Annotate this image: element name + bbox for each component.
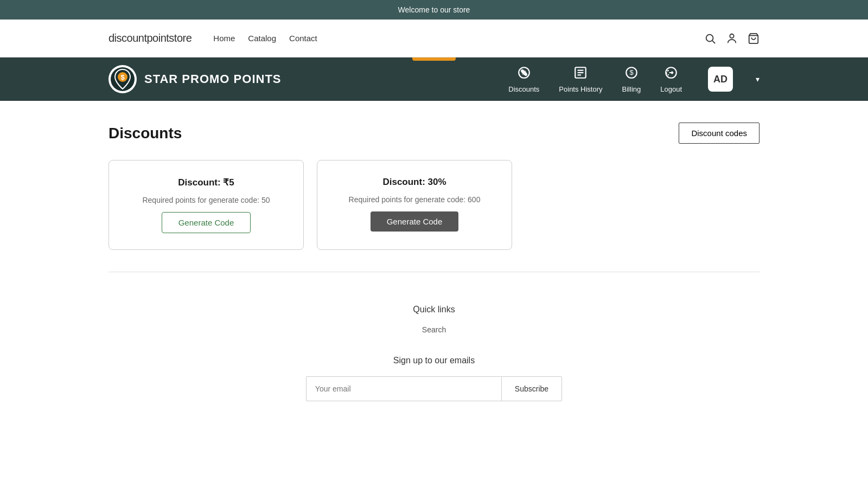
page-title: Discounts xyxy=(108,125,182,142)
active-indicator xyxy=(412,57,456,61)
points-history-icon xyxy=(573,66,588,83)
promo-bar: $ STAR PROMO POINTS Discounts xyxy=(0,57,868,101)
avatar[interactable]: AD xyxy=(708,67,733,92)
generate-code-button-2[interactable]: Generate Code xyxy=(371,211,459,232)
svg-text:$: $ xyxy=(120,73,125,81)
main-nav: discountpointstore Home Catalog Contact xyxy=(0,20,868,57)
nav-home[interactable]: Home xyxy=(213,34,235,43)
discount-card-2: Discount: 30% Required points for genera… xyxy=(317,160,512,250)
nav-icons xyxy=(704,33,760,44)
promo-nav-billing[interactable]: $ Billing xyxy=(622,66,641,93)
search-button[interactable] xyxy=(704,33,716,44)
promo-nav-points-history[interactable]: Points History xyxy=(559,66,602,93)
promo-nav-discounts[interactable]: Discounts xyxy=(508,66,539,93)
nav-contact[interactable]: Contact xyxy=(289,34,317,43)
billing-icon: $ xyxy=(624,66,639,83)
dropdown-arrow-icon[interactable]: ▾ xyxy=(756,75,760,84)
announcement-bar: Welcome to our store xyxy=(0,0,868,20)
email-input[interactable] xyxy=(306,376,501,401)
svg-line-1 xyxy=(712,41,715,43)
promo-logo: $ STAR PROMO POINTS xyxy=(108,65,282,93)
svg-point-8 xyxy=(521,70,523,72)
discount-card-2-description: Required points for generate code: 600 xyxy=(349,195,481,204)
discount-codes-button[interactable]: Discount codes xyxy=(679,123,760,144)
promo-title: STAR PROMO POINTS xyxy=(144,72,282,86)
generate-code-button-1[interactable]: Generate Code xyxy=(162,212,251,233)
discounts-icon xyxy=(517,66,531,83)
footer-search-link[interactable]: Search xyxy=(108,325,760,334)
store-name: discountpointstore xyxy=(108,32,192,44)
logout-icon xyxy=(664,66,678,83)
cart-button[interactable] xyxy=(748,33,760,44)
promo-nav-logout[interactable]: Logout xyxy=(660,66,682,93)
signup-title: Sign up to our emails xyxy=(108,356,760,365)
promo-nav-points-history-label: Points History xyxy=(559,85,602,93)
footer: Quick links Search Sign up to our emails… xyxy=(0,272,868,434)
svg-point-9 xyxy=(525,73,526,75)
svg-point-2 xyxy=(730,34,733,37)
discount-card-2-title: Discount: 30% xyxy=(382,177,446,188)
svg-point-0 xyxy=(706,34,713,41)
promo-nav-billing-label: Billing xyxy=(622,85,641,93)
promo-nav-discounts-label: Discounts xyxy=(508,85,539,93)
svg-text:$: $ xyxy=(629,68,634,76)
promo-nav-logout-label: Logout xyxy=(660,85,682,93)
announcement-text: Welcome to our store xyxy=(398,5,470,14)
discounts-header: Discounts Discount codes xyxy=(108,123,760,144)
email-signup-form: Subscribe xyxy=(108,376,760,401)
subscribe-button[interactable]: Subscribe xyxy=(501,376,562,401)
nav-links: Home Catalog Contact xyxy=(213,34,704,43)
discount-cards: Discount: ₹5 Required points for generat… xyxy=(108,160,760,250)
account-button[interactable] xyxy=(726,33,738,44)
main-content: Discounts Discount codes Discount: ₹5 Re… xyxy=(0,101,868,272)
discount-card-1-description: Required points for generate code: 50 xyxy=(142,196,270,204)
quick-links-title: Quick links xyxy=(108,305,760,314)
discount-card-1-title: Discount: ₹5 xyxy=(178,177,234,188)
discount-card-1: Discount: ₹5 Required points for generat… xyxy=(108,160,304,250)
nav-catalog[interactable]: Catalog xyxy=(248,34,276,43)
promo-logo-icon: $ xyxy=(108,65,137,93)
promo-nav: Discounts Points History $ Billing xyxy=(508,66,760,93)
